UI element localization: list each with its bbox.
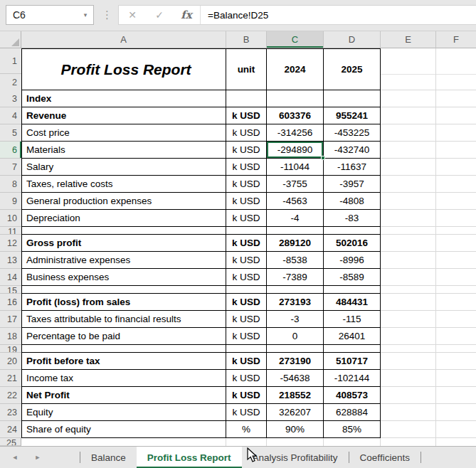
selected-cell[interactable]: -294890 [267,142,324,159]
empty-cell[interactable] [436,328,476,345]
value-2025-cell[interactable]: -102144 [324,370,381,387]
empty-cell[interactable] [381,438,436,446]
row-header[interactable]: 5 [0,124,21,142]
empty-cell[interactable] [436,438,476,446]
empty-cell[interactable] [436,404,476,421]
value-2024-cell[interactable]: 603376 [267,107,324,124]
empty-cell[interactable] [436,227,476,235]
empty-cell[interactable] [436,235,476,252]
value-2024-cell[interactable]: 273193 [267,294,324,311]
empty-cell[interactable] [436,193,476,210]
row-header[interactable]: 9 [0,193,21,210]
empty-cell[interactable] [436,421,476,438]
value-2024-cell[interactable]: -54638 [267,370,324,387]
value-2024-cell[interactable]: -314256 [267,124,324,142]
empty-cell[interactable] [381,142,436,159]
value-2025-cell[interactable]: -8589 [324,269,381,286]
row-header[interactable]: 24 [0,421,21,438]
empty-cell[interactable] [381,90,436,107]
sheet-tab-balance[interactable]: Balance [80,447,137,468]
row-header[interactable]: 2 [0,74,21,90]
empty-cell[interactable] [436,48,476,90]
year-2024-header-cell[interactable]: 2024 [267,48,324,90]
row-header[interactable]: 1 [0,48,21,74]
empty-cell[interactable] [381,328,436,345]
empty-cell[interactable] [381,235,436,252]
unit-cell[interactable] [226,345,267,353]
value-2024-cell[interactable] [267,286,324,294]
value-2025-cell[interactable] [324,286,381,294]
row-label-cell[interactable]: Salary [21,159,226,176]
unit-cell[interactable] [226,286,267,294]
row-label-cell[interactable]: Gross profit [21,235,226,252]
row-header[interactable]: 10 [0,210,21,227]
row-label-cell[interactable]: Revenue [21,107,226,124]
value-2024-cell[interactable]: 90% [267,421,324,438]
value-2024-cell[interactable]: -7389 [267,269,324,286]
value-2025-cell[interactable]: 484431 [324,294,381,311]
empty-cell[interactable] [381,193,436,210]
sheet-tab-coefficients[interactable]: Coefficients [349,447,421,468]
empty-cell[interactable] [436,107,476,124]
row-label-cell[interactable]: General production expenses [21,193,226,210]
empty-cell[interactable] [21,438,226,446]
row-label-cell[interactable]: Equity [21,404,226,421]
cancel-icon[interactable]: ✕ [119,9,146,21]
value-2024-cell[interactable]: -8538 [267,252,324,269]
column-header-c[interactable]: C [267,31,324,48]
empty-cell[interactable] [381,294,436,311]
value-2024-cell[interactable]: 326207 [267,404,324,421]
empty-cell[interactable] [381,353,436,370]
value-2025-cell[interactable]: -432740 [324,142,381,159]
unit-cell[interactable]: k USD [226,269,267,286]
value-2024-cell[interactable]: -4 [267,210,324,227]
row-header[interactable]: 3 [0,90,21,107]
unit-cell[interactable]: % [226,421,267,438]
row-label-cell[interactable]: Depreciation [21,210,226,227]
empty-cell[interactable] [436,353,476,370]
empty-cell[interactable] [436,294,476,311]
empty-cell[interactable] [381,107,436,124]
empty-cell[interactable] [436,252,476,269]
unit-cell[interactable]: k USD [226,193,267,210]
value-2025-cell[interactable]: 502016 [324,235,381,252]
row-label-cell[interactable] [21,345,226,353]
row-header[interactable]: 12 [0,235,21,252]
empty-cell[interactable] [436,345,476,353]
row-header[interactable]: 11 [0,227,21,235]
column-header-a[interactable]: A [21,31,226,48]
unit-cell[interactable] [226,90,267,107]
empty-cell[interactable] [381,387,436,404]
unit-cell[interactable]: k USD [226,107,267,124]
column-header-d[interactable]: D [324,31,381,48]
row-header[interactable]: 7 [0,159,21,176]
row-header[interactable]: 21 [0,370,21,387]
unit-cell[interactable]: k USD [226,387,267,404]
empty-cell[interactable] [381,252,436,269]
unit-cell[interactable] [226,227,267,235]
unit-cell[interactable]: k USD [226,311,267,328]
row-label-cell[interactable]: Profit before tax [21,353,226,370]
value-2025-cell[interactable]: 26401 [324,328,381,345]
value-2025-cell[interactable] [324,227,381,235]
row-label-cell[interactable] [21,286,226,294]
enter-icon[interactable]: ✓ [146,9,173,21]
empty-cell[interactable] [381,345,436,353]
value-2025-cell[interactable]: 628884 [324,404,381,421]
value-2024-cell[interactable]: -3 [267,311,324,328]
row-header[interactable]: 17 [0,311,21,328]
row-header[interactable]: 4 [0,107,21,124]
empty-cell[interactable] [381,421,436,438]
value-2025-cell[interactable] [324,90,381,107]
empty-cell[interactable] [226,438,267,446]
value-2024-cell[interactable] [267,227,324,235]
value-2024-cell[interactable]: -11044 [267,159,324,176]
row-label-cell[interactable]: Percentage to be paid [21,328,226,345]
value-2025-cell[interactable]: -83 [324,210,381,227]
unit-cell[interactable]: k USD [226,353,267,370]
value-2025-cell[interactable]: -115 [324,311,381,328]
row-label-cell[interactable]: Profit (loss) from sales [21,294,226,311]
value-2024-cell[interactable]: 289120 [267,235,324,252]
value-2025-cell[interactable]: 955241 [324,107,381,124]
row-header[interactable]: 20 [0,353,21,370]
